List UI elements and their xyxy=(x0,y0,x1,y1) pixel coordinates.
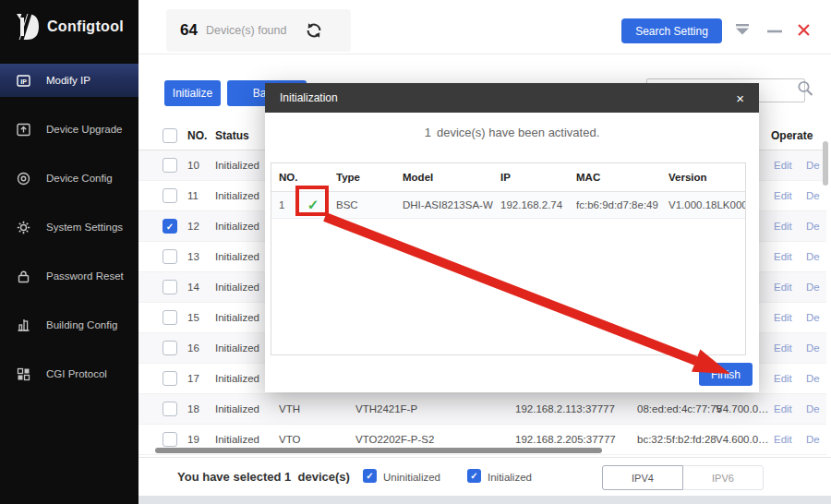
cell-model: VTO2202F-P-S2 xyxy=(355,434,434,445)
initialization-modal: Initialization × 1device(s) have been ac… xyxy=(265,83,759,392)
modal-titlebar: Initialization × xyxy=(265,83,759,113)
minimize-icon[interactable] xyxy=(767,30,782,33)
header-status: Status xyxy=(215,129,249,142)
delete-link[interactable]: De xyxy=(806,342,820,354)
delete-link[interactable]: De xyxy=(806,282,820,293)
sidebar-nav: IPModify IPDevice UpgradeDevice ConfigSy… xyxy=(0,64,138,406)
delete-link[interactable]: De xyxy=(806,434,820,445)
ipv6-button[interactable]: IPV6 xyxy=(682,465,764,490)
sidebar-item-building-config[interactable]: Building Config xyxy=(0,308,138,342)
device-count: 64 xyxy=(180,21,198,40)
row-checkbox[interactable] xyxy=(163,219,177,234)
row-checkbox[interactable] xyxy=(163,402,177,416)
sidebar-item-label: CGI Protocol xyxy=(46,368,107,379)
vertical-scrollbar[interactable] xyxy=(823,141,828,186)
sidebar-item-device-upgrade[interactable]: Device Upgrade xyxy=(0,113,138,146)
footer-bar: You have selected 1 device(s) Uninitiali… xyxy=(138,457,831,496)
row-checkbox[interactable] xyxy=(163,280,177,294)
row-checkbox[interactable] xyxy=(163,341,177,355)
cell-mac: 08:ed:ed:4c:77:75 xyxy=(637,403,722,414)
activated-text: device(s) have been activated. xyxy=(437,126,599,139)
mcell-success-check xyxy=(297,197,329,213)
brand-name: Configtool xyxy=(47,18,124,35)
initialize-button[interactable]: Initialize xyxy=(164,80,221,106)
edit-link[interactable]: Edit xyxy=(774,312,792,323)
delete-link[interactable]: De xyxy=(806,251,820,262)
cell-no: 16 xyxy=(187,342,199,354)
sidebar-item-cgi-protocol[interactable]: CGI Protocol xyxy=(0,357,138,390)
delete-link[interactable]: De xyxy=(806,160,820,171)
cell-no: 13 xyxy=(187,251,199,262)
horizontal-scrollbar[interactable] xyxy=(155,448,602,453)
close-icon[interactable] xyxy=(797,23,811,37)
delete-link[interactable]: De xyxy=(806,403,820,414)
edit-link[interactable]: Edit xyxy=(774,342,792,354)
table-row: 18InitializedVTHVTH2421F-P192.168.2.113:… xyxy=(138,394,826,425)
delete-link[interactable]: De xyxy=(806,190,820,201)
refresh-icon[interactable] xyxy=(305,21,323,40)
search-icon[interactable] xyxy=(796,79,814,102)
initialized-checkbox[interactable] xyxy=(467,469,481,483)
dropdown-triangle-icon[interactable] xyxy=(734,23,751,36)
svg-text:IP: IP xyxy=(20,78,27,84)
select-all-checkbox[interactable] xyxy=(163,128,177,143)
cell-status: Initialized xyxy=(215,434,259,445)
mheader-no: NO. xyxy=(271,172,297,183)
delete-link[interactable]: De xyxy=(806,312,820,323)
edit-link[interactable]: Edit xyxy=(774,434,792,445)
uninitialized-checkbox[interactable] xyxy=(363,469,377,483)
uninitialized-label: Uninitialized xyxy=(383,472,440,483)
configtool-window: Configtool IPModify IPDevice UpgradeDevi… xyxy=(0,0,831,504)
row-checkbox[interactable] xyxy=(163,432,177,447)
cell-no: 11 xyxy=(187,190,199,201)
edit-link[interactable]: Edit xyxy=(774,160,792,171)
finish-button[interactable]: Finish xyxy=(699,363,753,386)
mcell-mac: fc:b6:9d:d7:8e:49 xyxy=(569,199,661,210)
cell-status: Initialized xyxy=(215,190,259,201)
cell-status: Initialized xyxy=(215,282,259,293)
modal-title: Initialization xyxy=(280,91,338,104)
delete-link[interactable]: De xyxy=(806,373,820,384)
row-checkbox[interactable] xyxy=(163,371,177,386)
cell-status: Initialized xyxy=(215,312,259,323)
edit-link[interactable]: Edit xyxy=(774,190,792,201)
cell-type: VTO xyxy=(279,434,300,445)
activation-message: 1device(s) have been activated. xyxy=(265,126,759,139)
mcell-version: V1.000.18LK000.0.R xyxy=(661,199,745,210)
mheader-model: Model xyxy=(395,172,493,183)
modal-close-icon[interactable]: × xyxy=(736,91,744,105)
sidebar-item-label: Device Config xyxy=(46,173,113,184)
edit-link[interactable]: Edit xyxy=(774,403,792,414)
row-checkbox[interactable] xyxy=(163,188,177,203)
search-setting-button[interactable]: Search Setting xyxy=(621,18,722,43)
sidebar-item-label: System Settings xyxy=(46,222,123,233)
cell-status: Initialized xyxy=(215,342,259,354)
row-checkbox[interactable] xyxy=(163,249,177,264)
delete-link[interactable]: De xyxy=(806,221,820,232)
sidebar-item-modify-ip[interactable]: IPModify IP xyxy=(0,64,138,97)
cgi-protocol-icon xyxy=(17,367,30,381)
mcell-model: DHI-ASI8213SA-W xyxy=(395,199,493,210)
cell-status: Initialized xyxy=(215,373,259,384)
cell-no: 12 xyxy=(187,221,199,232)
initialized-label: Initialized xyxy=(488,472,532,483)
mheader-type: Type xyxy=(329,172,395,183)
row-checkbox[interactable] xyxy=(163,310,177,325)
header-operate: Operate xyxy=(771,129,813,142)
cell-ip: 192.168.2.205:37777 xyxy=(515,434,616,445)
system-settings-icon xyxy=(17,221,30,234)
success-check-icon xyxy=(297,197,329,213)
edit-link[interactable]: Edit xyxy=(774,373,792,384)
row-checkbox[interactable] xyxy=(163,158,177,173)
edit-link[interactable]: Edit xyxy=(774,221,792,232)
brand-logo: Configtool xyxy=(13,12,124,42)
sidebar-item-system-settings[interactable]: System Settings xyxy=(0,210,138,244)
sidebar-item-device-config[interactable]: Device Config xyxy=(0,162,138,195)
sidebar-item-password-reset[interactable]: Password Reset xyxy=(0,259,138,293)
password-reset-icon xyxy=(17,270,30,283)
cell-status: Initialized xyxy=(215,251,259,262)
edit-link[interactable]: Edit xyxy=(774,282,792,293)
cell-type: VTH xyxy=(279,403,300,414)
edit-link[interactable]: Edit xyxy=(774,251,792,262)
ipv4-button[interactable]: IPV4 xyxy=(602,465,683,490)
